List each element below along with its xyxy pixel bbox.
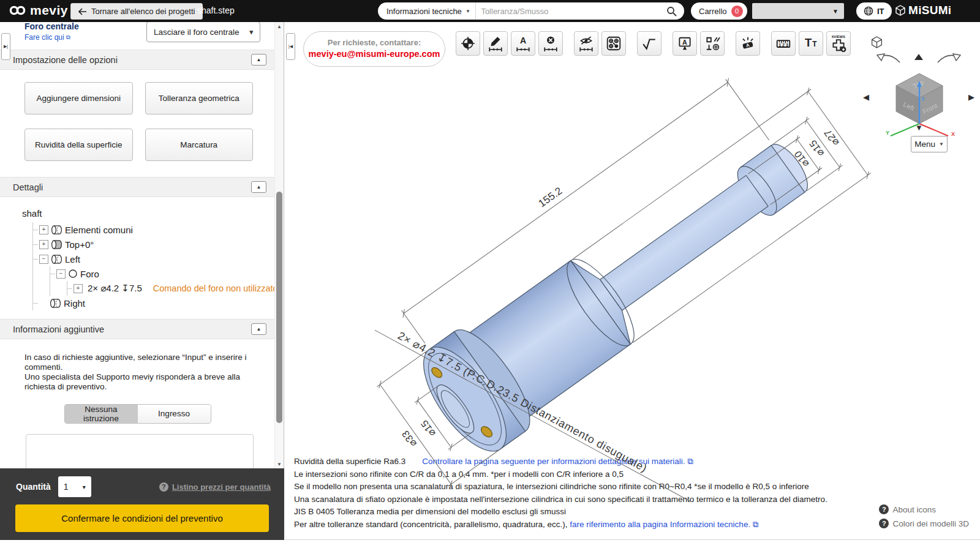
collapse-toggle-icon[interactable]: −	[56, 269, 66, 279]
note-text: Una scanalatura di sfiato opzionale è im…	[294, 495, 827, 504]
sidebar-collapse-handle[interactable]: ▶|	[1, 33, 10, 60]
measure-button[interactable]: 1 2 3	[771, 31, 796, 56]
tree-node-hole-spec[interactable]: + 2× ⌀4.2 ↧7.5 Comando del foro non util…	[74, 281, 270, 296]
cylinder-icon	[51, 254, 62, 264]
model-colors-link[interactable]: ? Colori dei modelli 3D	[879, 519, 969, 528]
geometric-tolerance-button-tb[interactable]	[700, 31, 725, 56]
tree-root-shaft[interactable]: shaft	[22, 208, 270, 219]
quantity-select[interactable]: 1 ▾	[58, 476, 91, 497]
six-views-button[interactable]: 6VIEWS	[826, 31, 851, 56]
dim-end-d15: ⌀15	[807, 138, 826, 159]
marking-button[interactable]: Marcatura	[145, 129, 254, 161]
scroll-down-icon[interactable]: ▼	[275, 460, 284, 468]
technical-info-link[interactable]: fare riferimento alla pagina Informazion…	[570, 520, 758, 529]
confirm-quote-button[interactable]: Confermare le condizioni del preventivo	[15, 504, 269, 532]
collapse-toggle-icon[interactable]: −	[39, 255, 48, 264]
cylinder-solid-icon	[51, 239, 62, 250]
comment-textarea[interactable]	[26, 434, 254, 468]
about-icons-link[interactable]: ? About icons	[879, 504, 969, 514]
top-header: meviy Tornare all'elenco dei progetti sh…	[0, 0, 980, 22]
help-links: ? About icons ? Colori dei modelli 3D	[879, 504, 969, 533]
instruction-toggle: Nessuna istruzione Ingresso	[64, 404, 211, 424]
annotation-toolbar: A A A 1 2 3	[456, 31, 854, 56]
note-text: Per altre tolleranze standard (concentri…	[294, 520, 567, 529]
datum-target-button[interactable]	[456, 31, 480, 56]
tree-node-right[interactable]: Right	[39, 296, 270, 310]
tree-node-top[interactable]: + Top+0°	[39, 237, 270, 252]
tilt-down-icon[interactable]: ▼	[915, 124, 923, 132]
rotate-east-icon[interactable]: ▶	[968, 93, 974, 101]
materials-info-link[interactable]: Controllare la pagina seguente per infor…	[422, 457, 693, 466]
z-axis-label: z	[922, 96, 925, 102]
measure-ruler-icon: 1 2 3	[775, 36, 791, 51]
text-size-button[interactable]: TT	[799, 31, 823, 56]
viewcube-menu-button[interactable]: Menu ▼	[911, 136, 948, 152]
text-dimension-button[interactable]: A	[511, 31, 535, 56]
delete-dimension-button[interactable]	[538, 31, 563, 56]
misumi-brand[interactable]: MiSUMi	[895, 4, 951, 17]
note-line: JIS B 0405 Tolleranza media per dimensio…	[294, 506, 827, 519]
expand-toggle-icon[interactable]: +	[39, 225, 48, 234]
search-category-dropdown[interactable]: Informazioni tecniche ▾	[378, 2, 476, 20]
note-line: Le intersezioni sono rifinite con C/R da…	[294, 468, 827, 481]
details-collapse-button[interactable]: ▲	[251, 181, 266, 193]
cart-button[interactable]: Carrello 0	[691, 2, 747, 20]
tree-node-left[interactable]: − Left	[39, 252, 270, 266]
contact-line: Per richieste, contattare:	[304, 38, 445, 47]
question-icon: ?	[159, 482, 168, 492]
scroll-up-icon[interactable]: ▲	[275, 22, 284, 31]
tree-node-label: Right	[64, 298, 85, 309]
hide-dimension-button[interactable]	[574, 31, 598, 56]
laser-marking-button[interactable]: A	[736, 31, 760, 56]
note-text: Se il modello non presenta una scanalatu…	[294, 482, 809, 491]
search-input[interactable]	[476, 7, 666, 16]
scrollbar-thumb[interactable]	[276, 192, 282, 423]
additional-info-section-header: Informazioni aggiuntive ▲	[0, 319, 275, 339]
contact-email[interactable]: meviy-eu@misumi-europe.com	[304, 49, 445, 59]
quote-footer: Quantità 1 ▾ ? Listino prezzi per quanti…	[0, 468, 284, 540]
surface-roughness-icon	[641, 36, 657, 51]
options-collapse-button[interactable]: ▲	[251, 54, 266, 66]
expand-toggle-icon[interactable]: +	[39, 240, 48, 249]
marking-preview-button[interactable]: A	[673, 31, 697, 56]
no-instruction-toggle[interactable]: Nessuna istruzione	[65, 405, 138, 423]
geometric-tolerance-button[interactable]: Tolleranza geometrica	[145, 82, 254, 114]
language-switcher[interactable]: IT	[856, 2, 892, 20]
header-empty-select[interactable]: ▼	[752, 3, 844, 19]
price-list-link[interactable]: ? Listino prezzi per quantità	[159, 482, 271, 492]
surface-roughness-button[interactable]	[637, 31, 662, 56]
center-hole-row: Foro centrale Fare clic qui ⧉ Lasciare i…	[0, 22, 275, 50]
edit-dimension-button[interactable]	[483, 31, 508, 56]
search-icon[interactable]	[666, 6, 677, 17]
sidebar-scrollbar[interactable]: ▲ ▼	[274, 22, 284, 468]
back-to-projects-button[interactable]: Tornare all'elenco dei progetti	[70, 3, 203, 20]
svg-text:T: T	[805, 36, 812, 49]
text-dimension-icon: A	[515, 36, 531, 51]
hole-callout-text: 2× ⌀4.2 ↧7.5 (P.C.D.23.5 Distanziamento …	[396, 329, 649, 474]
tilt-up-icon[interactable]	[914, 54, 923, 60]
expand-toggle-icon[interactable]: +	[74, 284, 83, 293]
cube-outline-icon[interactable]	[870, 36, 883, 49]
center-hole-select[interactable]: Lasciare il foro centrale ▾	[146, 22, 260, 42]
meviy-logo[interactable]: meviy	[9, 3, 68, 18]
contact-card: Per richieste, contattare: meviy-eu@misu…	[303, 31, 445, 67]
six-views-icon: 6VIEWS	[829, 34, 848, 53]
note-line: Se il modello non presenta una scanalatu…	[294, 481, 827, 493]
datum-pattern-button[interactable]	[601, 31, 626, 56]
add-dimensions-button[interactable]: Aggiungere dimensioni	[24, 82, 133, 114]
x-axis-label: X	[951, 131, 955, 137]
cylinder-icon	[50, 298, 61, 309]
additional-info-collapse-button[interactable]: ▲	[251, 323, 266, 335]
center-hole-title: Foro centrale	[24, 22, 79, 31]
tree-node-elementi-comuni[interactable]: + Elementi comuni	[39, 222, 270, 237]
input-toggle[interactable]: Ingresso	[138, 405, 211, 423]
viewer-area: |◀ Per richieste, contattare: meviy-eu@m…	[285, 22, 980, 540]
language-code: IT	[877, 7, 884, 16]
surface-roughness-button[interactable]: Ruvidità della superficie	[24, 129, 133, 161]
config-sidebar: ▶| Foro centrale Fare clic qui ⧉ Lasciar…	[0, 22, 284, 540]
center-hole-help-link[interactable]: Fare clic qui ⧉	[24, 33, 70, 42]
viewer-collapse-handle[interactable]: |◀	[286, 33, 295, 60]
rotate-west-icon[interactable]: ◀	[863, 93, 869, 101]
meviy-app: meviy Tornare all'elenco dei progetti sh…	[0, 0, 980, 551]
tree-node-foro[interactable]: − Foro	[56, 266, 270, 281]
